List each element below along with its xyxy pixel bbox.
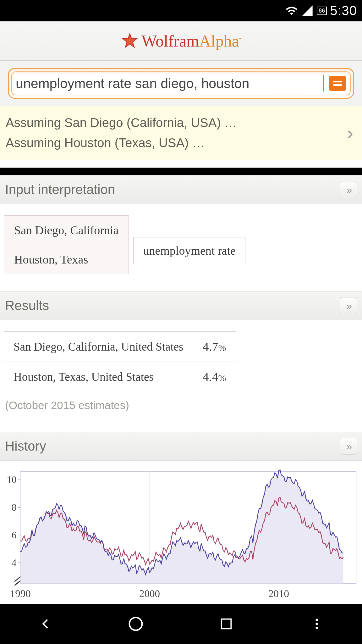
compute-button[interactable]: [329, 76, 346, 91]
section-title: Input interpretation: [5, 182, 115, 197]
svg-rect-19: [222, 619, 231, 629]
battery-icon: 86: [317, 7, 327, 15]
search-box[interactable]: [8, 68, 354, 99]
assumption-line-2: Assuming Houston (Texas, USA) …: [6, 133, 237, 153]
svg-text:8: 8: [12, 502, 16, 513]
cities-box: San Diego, California Houston, Texas: [4, 215, 129, 274]
back-button[interactable]: [36, 614, 55, 633]
table-row: San Diego, California, United States 4.7…: [4, 332, 236, 362]
brand-text: WolframAlpha•: [141, 32, 241, 50]
wifi-icon: [285, 4, 298, 17]
city-cell-1: San Diego, California: [4, 216, 129, 245]
city-cell-2: Houston, Texas: [4, 245, 129, 274]
chevron-right-icon: ›: [347, 122, 353, 144]
wolfram-logo-icon: [121, 32, 139, 50]
table-row: Houston, Texas, United States 4.4%: [4, 362, 236, 392]
app-header: WolframAlpha•: [0, 21, 362, 61]
result-place: Houston, Texas, United States: [4, 362, 193, 392]
svg-text:4: 4: [12, 557, 16, 568]
menu-button[interactable]: [307, 614, 326, 633]
svg-point-22: [315, 627, 318, 629]
section-title: Results: [5, 298, 49, 313]
expand-button[interactable]: ››: [340, 181, 357, 198]
svg-point-20: [315, 619, 318, 621]
history-chart: 46810199020002010: [0, 461, 362, 615]
home-button[interactable]: [126, 614, 145, 633]
section-header-interpretation: Input interpretation ››: [0, 175, 362, 204]
expand-button[interactable]: ››: [340, 438, 357, 455]
result-place: San Diego, California, United States: [4, 332, 193, 362]
section-header-results: Results ››: [0, 291, 362, 320]
result-value: 4.7%: [193, 332, 236, 362]
svg-text:10: 10: [7, 474, 16, 485]
android-status-bar: 86 5:30: [0, 0, 362, 21]
result-value: 4.4%: [193, 362, 236, 392]
estimate-note: (October 2015 estimates): [4, 392, 358, 420]
svg-text:1990: 1990: [10, 588, 31, 599]
search-section: [0, 61, 362, 106]
status-time: 5:30: [330, 3, 357, 18]
svg-text:6: 6: [12, 530, 16, 541]
metric-box: unemployment rate: [133, 237, 245, 264]
assumptions-banner[interactable]: Assuming San Diego (California, USA) … A…: [0, 106, 362, 160]
svg-text:2000: 2000: [139, 588, 160, 599]
android-nav-bar: [0, 604, 362, 644]
section-title: History: [5, 439, 46, 454]
cell-signal-icon: [301, 4, 314, 17]
expand-button[interactable]: ››: [340, 297, 357, 314]
text-cursor: [323, 75, 324, 92]
search-input[interactable]: [16, 76, 322, 91]
svg-point-18: [129, 618, 142, 630]
results-table: San Diego, California, United States 4.7…: [4, 331, 236, 392]
svg-point-21: [315, 623, 318, 625]
assumption-line-1: Assuming San Diego (California, USA) …: [6, 113, 237, 133]
line-chart: 46810199020002010: [3, 468, 359, 601]
section-header-history: History ››: [0, 432, 362, 461]
svg-text:2010: 2010: [268, 588, 289, 599]
recent-apps-button[interactable]: [217, 614, 236, 633]
